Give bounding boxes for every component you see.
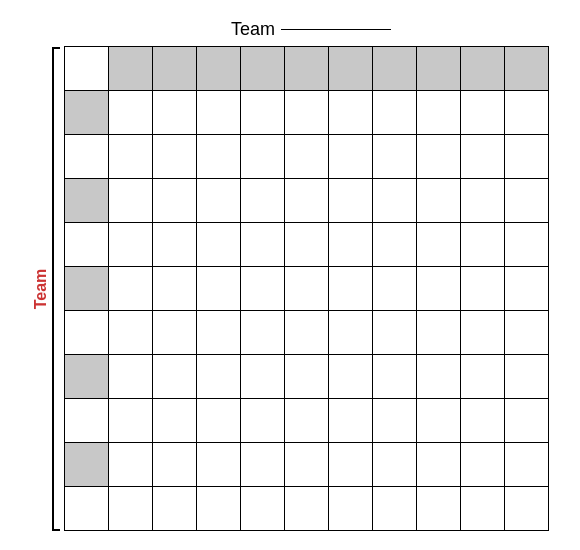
grid-cell[interactable] — [328, 47, 372, 91]
grid-cell[interactable] — [64, 179, 108, 223]
grid-cell[interactable] — [416, 399, 460, 443]
grid-cell[interactable] — [460, 443, 504, 487]
grid-cell[interactable] — [64, 135, 108, 179]
grid-cell[interactable] — [504, 267, 548, 311]
grid-cell[interactable] — [504, 91, 548, 135]
grid-cell[interactable] — [108, 443, 152, 487]
grid-cell[interactable] — [152, 355, 196, 399]
grid-cell[interactable] — [64, 223, 108, 267]
grid-cell[interactable] — [372, 399, 416, 443]
grid-cell[interactable] — [240, 311, 284, 355]
grid-cell[interactable] — [108, 311, 152, 355]
grid-cell[interactable] — [416, 223, 460, 267]
grid-cell[interactable] — [328, 267, 372, 311]
grid-cell[interactable] — [108, 399, 152, 443]
grid-cell[interactable] — [328, 443, 372, 487]
grid-cell[interactable] — [196, 91, 240, 135]
grid-cell[interactable] — [504, 47, 548, 91]
grid-cell[interactable] — [460, 135, 504, 179]
grid-cell[interactable] — [64, 47, 108, 91]
grid-cell[interactable] — [504, 223, 548, 267]
grid-cell[interactable] — [108, 355, 152, 399]
grid-cell[interactable] — [152, 223, 196, 267]
grid-cell[interactable] — [108, 487, 152, 531]
grid-cell[interactable] — [328, 487, 372, 531]
grid-cell[interactable] — [196, 399, 240, 443]
grid-cell[interactable] — [328, 223, 372, 267]
grid-cell[interactable] — [152, 399, 196, 443]
grid-cell[interactable] — [372, 443, 416, 487]
grid-cell[interactable] — [64, 443, 108, 487]
grid-cell[interactable] — [240, 47, 284, 91]
grid-cell[interactable] — [240, 355, 284, 399]
grid-cell[interactable] — [416, 443, 460, 487]
grid-cell[interactable] — [328, 311, 372, 355]
grid-cell[interactable] — [328, 355, 372, 399]
grid-cell[interactable] — [108, 179, 152, 223]
grid-cell[interactable] — [196, 47, 240, 91]
grid-cell[interactable] — [460, 311, 504, 355]
grid-cell[interactable] — [284, 443, 328, 487]
grid-cell[interactable] — [284, 135, 328, 179]
grid-cell[interactable] — [196, 267, 240, 311]
grid-cell[interactable] — [328, 399, 372, 443]
grid-cell[interactable] — [504, 487, 548, 531]
grid-cell[interactable] — [64, 487, 108, 531]
grid-cell[interactable] — [504, 179, 548, 223]
grid-cell[interactable] — [372, 47, 416, 91]
grid-cell[interactable] — [284, 179, 328, 223]
grid-cell[interactable] — [196, 311, 240, 355]
grid-cell[interactable] — [240, 443, 284, 487]
grid-cell[interactable] — [240, 267, 284, 311]
grid-cell[interactable] — [416, 487, 460, 531]
grid-cell[interactable] — [196, 135, 240, 179]
grid-cell[interactable] — [460, 91, 504, 135]
grid-cell[interactable] — [240, 179, 284, 223]
grid-cell[interactable] — [196, 355, 240, 399]
grid-cell[interactable] — [196, 443, 240, 487]
grid-cell[interactable] — [152, 443, 196, 487]
grid-cell[interactable] — [108, 267, 152, 311]
grid-cell[interactable] — [416, 135, 460, 179]
grid-cell[interactable] — [64, 399, 108, 443]
grid-cell[interactable] — [372, 179, 416, 223]
grid-cell[interactable] — [328, 91, 372, 135]
grid-cell[interactable] — [372, 135, 416, 179]
grid-cell[interactable] — [504, 443, 548, 487]
grid-cell[interactable] — [416, 179, 460, 223]
grid-cell[interactable] — [372, 355, 416, 399]
grid-cell[interactable] — [152, 179, 196, 223]
grid-cell[interactable] — [504, 355, 548, 399]
grid-cell[interactable] — [240, 91, 284, 135]
grid-cell[interactable] — [240, 135, 284, 179]
grid-cell[interactable] — [460, 47, 504, 91]
grid-cell[interactable] — [460, 487, 504, 531]
grid-cell[interactable] — [152, 487, 196, 531]
grid-cell[interactable] — [284, 223, 328, 267]
grid-cell[interactable] — [460, 399, 504, 443]
grid-cell[interactable] — [372, 487, 416, 531]
grid-cell[interactable] — [284, 91, 328, 135]
grid-cell[interactable] — [284, 399, 328, 443]
grid-cell[interactable] — [152, 267, 196, 311]
grid-cell[interactable] — [152, 135, 196, 179]
grid-cell[interactable] — [460, 355, 504, 399]
grid-cell[interactable] — [504, 311, 548, 355]
grid-cell[interactable] — [64, 91, 108, 135]
grid-cell[interactable] — [328, 135, 372, 179]
grid-cell[interactable] — [460, 267, 504, 311]
grid-cell[interactable] — [108, 135, 152, 179]
grid-cell[interactable] — [504, 135, 548, 179]
grid-cell[interactable] — [372, 223, 416, 267]
grid-cell[interactable] — [504, 399, 548, 443]
grid-cell[interactable] — [152, 91, 196, 135]
grid-cell[interactable] — [372, 267, 416, 311]
grid-cell[interactable] — [152, 47, 196, 91]
grid-cell[interactable] — [284, 355, 328, 399]
grid-cell[interactable] — [416, 91, 460, 135]
grid-cell[interactable] — [240, 487, 284, 531]
grid-cell[interactable] — [196, 223, 240, 267]
grid-cell[interactable] — [372, 311, 416, 355]
grid-cell[interactable] — [108, 47, 152, 91]
grid-cell[interactable] — [64, 311, 108, 355]
